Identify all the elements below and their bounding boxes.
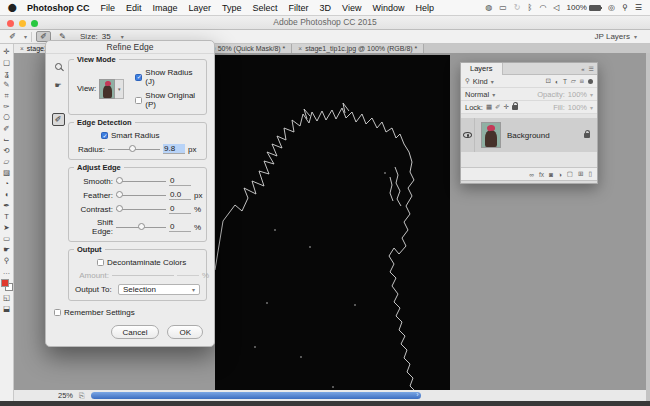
lock-transparency-icon[interactable]: ▦ bbox=[486, 103, 492, 111]
lock-all-icon[interactable] bbox=[512, 105, 518, 110]
bluetooth-icon[interactable]: ᛒ bbox=[528, 3, 533, 12]
shift-edge-value-field[interactable]: 0 bbox=[169, 222, 191, 232]
cancel-button[interactable]: Cancel bbox=[111, 325, 160, 339]
shape-tool-icon[interactable]: ▭ bbox=[1, 233, 13, 244]
wifi-icon[interactable]: ◠ bbox=[539, 3, 546, 12]
quick-mask-mode-icon[interactable]: ◱ bbox=[1, 292, 13, 303]
show-radius-option[interactable]: Show Radius (J) bbox=[135, 68, 200, 86]
brush-tool-icon[interactable]: ✐ bbox=[1, 123, 13, 134]
menu-3d[interactable]: 3D bbox=[320, 3, 332, 13]
decontaminate-checkbox[interactable] bbox=[97, 259, 104, 266]
add-mask-icon[interactable]: ◙ bbox=[549, 171, 553, 178]
status-doc-icon[interactable]: ⎘ bbox=[79, 392, 85, 400]
adjustment-layer-icon[interactable]: ◑ bbox=[558, 171, 562, 178]
radius-slider[interactable] bbox=[108, 149, 160, 150]
menu-image[interactable]: Image bbox=[152, 3, 177, 13]
close-tab-icon[interactable]: × bbox=[298, 44, 302, 53]
radius-slider-knob[interactable] bbox=[129, 145, 136, 152]
foreground-color-swatch[interactable] bbox=[1, 279, 9, 287]
blend-mode-chevron-icon[interactable]: ▾ bbox=[492, 91, 495, 98]
close-tab-icon[interactable]: × bbox=[20, 44, 24, 53]
notification-center-icon[interactable]: ☰ bbox=[635, 3, 642, 12]
menu-photoshop-cc[interactable]: Photoshop CC bbox=[27, 3, 90, 13]
panel-resize-grip[interactable] bbox=[461, 180, 597, 183]
document-canvas[interactable] bbox=[215, 55, 450, 390]
menu-select[interactable]: Select bbox=[253, 3, 278, 13]
zoom-tool-icon[interactable] bbox=[55, 63, 62, 70]
smooth-value-field[interactable]: 0 bbox=[169, 176, 191, 186]
sync-icon[interactable]: ↻ bbox=[514, 3, 521, 12]
crop-tool-icon[interactable]: ⌗ bbox=[1, 90, 13, 101]
menu-window[interactable]: Window bbox=[372, 3, 404, 13]
layer-effects-icon[interactable]: fx bbox=[539, 171, 544, 178]
mic-icon[interactable]: ◍ bbox=[485, 3, 492, 12]
filter-type-layers-icon[interactable]: T bbox=[563, 78, 567, 85]
menu-type[interactable]: Type bbox=[222, 3, 242, 13]
healing-brush-tool-icon[interactable]: ⎔ bbox=[1, 112, 13, 123]
move-tool-icon[interactable]: ✛ bbox=[1, 46, 13, 57]
dodge-tool-icon[interactable]: ◖ bbox=[1, 189, 13, 200]
panel-menu-icon[interactable]: ☰ bbox=[589, 63, 594, 75]
show-original-checkbox[interactable] bbox=[135, 97, 142, 104]
lasso-tool-icon[interactable]: ʓ bbox=[1, 68, 13, 79]
filter-toggle-icon[interactable] bbox=[588, 79, 593, 84]
lock-paint-icon[interactable]: ✐ bbox=[495, 103, 500, 111]
filter-adjustment-layers-icon[interactable]: ◐ bbox=[555, 78, 559, 85]
close-window-button[interactable] bbox=[7, 20, 14, 27]
spotlight-icon[interactable]: ⚲ bbox=[622, 3, 628, 12]
shift-edge-slider[interactable] bbox=[116, 227, 166, 228]
collapse-panel-icon[interactable]: « bbox=[581, 63, 584, 75]
filter-smart-objects-icon[interactable]: ⧈ bbox=[580, 77, 584, 85]
volume-icon[interactable]: ◁ bbox=[553, 3, 559, 12]
refine-radius-brush-button[interactable]: ✐ bbox=[52, 113, 65, 126]
link-layers-icon[interactable]: ∞ bbox=[529, 171, 534, 178]
lock-move-icon[interactable]: ✛ bbox=[504, 103, 509, 111]
smart-radius-option[interactable]: Smart Radius bbox=[75, 131, 200, 140]
menu-edit[interactable]: Edit bbox=[126, 3, 142, 13]
filter-pixel-layers-icon[interactable]: ⊡ bbox=[545, 77, 550, 85]
radius-value-field[interactable]: 9.8 bbox=[163, 144, 185, 154]
toolbox-more-icon[interactable]: … bbox=[1, 266, 13, 277]
layer-thumbnail[interactable] bbox=[481, 122, 501, 148]
path-selection-tool-icon[interactable]: ➤ bbox=[1, 222, 13, 233]
menu-file[interactable]: File bbox=[100, 3, 115, 13]
smart-radius-checkbox[interactable] bbox=[101, 132, 108, 139]
filter-shape-layers-icon[interactable]: ▱ bbox=[571, 77, 576, 85]
zoom-level-field[interactable]: 25% bbox=[58, 391, 73, 400]
type-tool-icon[interactable]: T bbox=[1, 211, 13, 222]
tool-preset-icon[interactable]: ✐ bbox=[5, 31, 20, 42]
tab-stage1-tip1c[interactable]: × stage1_tip1c.jpg @ 100% (RGB/8) * bbox=[292, 44, 424, 53]
show-original-option[interactable]: Show Original (P) bbox=[135, 91, 200, 109]
blur-tool-icon[interactable]: ◔ bbox=[1, 178, 13, 189]
output-to-dropdown[interactable]: Selection ▾ bbox=[118, 284, 200, 295]
filter-kind-value[interactable]: Kind bbox=[473, 77, 488, 86]
horizontal-scrollbar[interactable]: › bbox=[91, 392, 421, 399]
workspace-picker[interactable]: JP Layers ▾ bbox=[595, 32, 637, 41]
view-mode-picker[interactable]: ▾ bbox=[99, 79, 124, 99]
screen-mode-icon[interactable]: ⬓ bbox=[1, 303, 13, 314]
delete-layer-icon[interactable]: ▯ bbox=[588, 170, 592, 178]
layer-visibility-toggle[interactable] bbox=[461, 118, 475, 152]
layer-group-icon[interactable]: ▢ bbox=[567, 170, 573, 178]
color-swatches[interactable] bbox=[1, 279, 13, 291]
battery-indicator[interactable]: 100% bbox=[567, 3, 601, 12]
filter-search-icon[interactable]: ⚲ bbox=[465, 77, 470, 85]
menu-help[interactable]: Help bbox=[415, 3, 434, 13]
display-icon[interactable]: ▭ bbox=[499, 3, 507, 12]
remember-settings-checkbox[interactable] bbox=[54, 309, 61, 316]
smooth-slider-knob[interactable] bbox=[116, 177, 123, 184]
show-radius-checkbox[interactable] bbox=[135, 74, 142, 81]
decontaminate-option[interactable]: Decontaminate Colors bbox=[75, 258, 200, 267]
marquee-tool-icon[interactable]: ▢ bbox=[1, 57, 13, 68]
clone-stamp-tool-icon[interactable]: ⌙ bbox=[1, 134, 13, 145]
menu-view[interactable]: View bbox=[342, 3, 361, 13]
feather-value-field[interactable]: 0.0 bbox=[169, 190, 191, 200]
zoom-window-button[interactable] bbox=[31, 20, 38, 27]
feather-slider-knob[interactable] bbox=[116, 191, 123, 198]
menu-filter[interactable]: Filter bbox=[289, 3, 309, 13]
hand-tool-icon[interactable]: ☛ bbox=[1, 244, 13, 255]
scroll-right-arrow-icon[interactable]: › bbox=[416, 391, 418, 398]
background-layer-row[interactable]: Background bbox=[461, 118, 597, 152]
history-brush-tool-icon[interactable]: ⟲ bbox=[1, 145, 13, 156]
blend-mode-value[interactable]: Normal bbox=[465, 90, 489, 99]
